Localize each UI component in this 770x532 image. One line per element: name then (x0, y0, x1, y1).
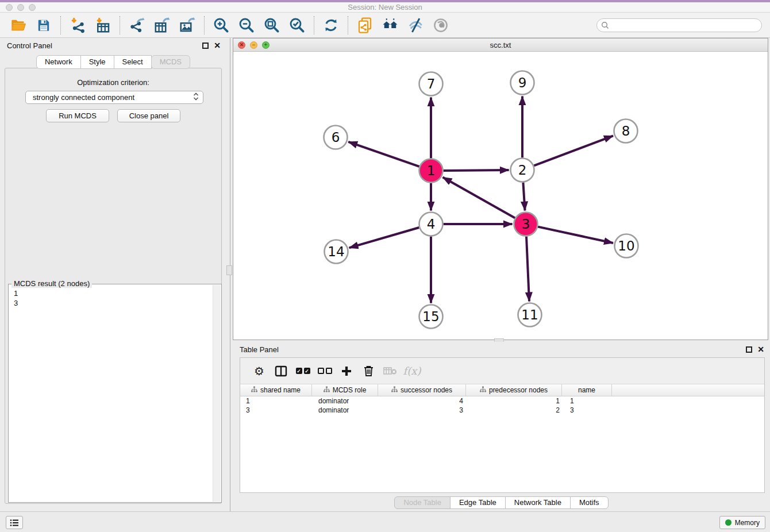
mcds-result-line: 3 (14, 298, 216, 308)
graph-edge-3-10[interactable] (538, 227, 613, 243)
column-header-mcds-role[interactable]: MCDS role (312, 384, 378, 396)
status-bar: Memory (0, 511, 770, 532)
zoom-selected-icon[interactable] (287, 16, 307, 35)
task-history-button[interactable] (6, 516, 23, 529)
column-header-predecessor-nodes[interactable]: predecessor nodes (466, 384, 562, 396)
open-file-icon[interactable] (9, 16, 28, 35)
control-panel-title: Control Panel (7, 41, 52, 50)
table-mode-icon[interactable]: ⚙ (248, 364, 270, 378)
toggle-panes-icon[interactable] (270, 365, 292, 377)
column-type-icon (480, 386, 486, 394)
run-mcds-button[interactable]: Run MCDS (46, 109, 109, 122)
column-type-icon (251, 386, 257, 394)
search-input[interactable] (596, 18, 762, 32)
graph-edge-1-2[interactable] (444, 170, 509, 171)
export-image-icon[interactable] (178, 16, 197, 35)
graph-node-4[interactable]: 4 (419, 213, 443, 236)
graph-node-2[interactable]: 2 (511, 159, 534, 182)
node-table-container: ⚙ ✓✓ f(x) shared nameMCDS rolesuccessor … (240, 357, 765, 493)
network-window-title: scc.txt (233, 41, 768, 49)
graph-edge-3-11[interactable] (526, 237, 529, 302)
export-network-icon[interactable] (127, 16, 147, 35)
svg-text:4: 4 (427, 217, 436, 232)
first-neighbors-icon[interactable] (380, 16, 400, 35)
graph-edge-1-6[interactable] (348, 142, 419, 167)
tab-select[interactable]: Select (114, 55, 152, 69)
graph-edge-2-3[interactable] (523, 183, 525, 211)
import-network-icon[interactable] (68, 16, 87, 35)
graph-edge-3-1[interactable] (443, 178, 515, 218)
criterion-dropdown[interactable]: strongly connected component (25, 91, 203, 104)
hide-selected-icon[interactable] (406, 16, 425, 35)
export-table-icon[interactable] (152, 16, 172, 35)
graph-node-10[interactable]: 10 (615, 234, 638, 258)
table-cell[interactable]: 3 (379, 406, 468, 414)
table-cell[interactable]: 3 (564, 406, 615, 414)
graph-edge-2-8[interactable] (534, 136, 613, 165)
graph-node-3[interactable]: 3 (514, 213, 538, 236)
import-table-icon[interactable] (93, 16, 113, 35)
graph-node-6[interactable]: 6 (324, 126, 348, 149)
tab-network[interactable]: Network (36, 55, 81, 69)
table-cell[interactable]: 1 (240, 397, 313, 405)
memory-button[interactable]: Memory (719, 516, 765, 529)
zoom-in-icon[interactable] (211, 16, 231, 35)
graph-node-11[interactable]: 11 (518, 303, 542, 327)
table-toolbar: ⚙ ✓✓ f(x) (240, 358, 764, 384)
table-row[interactable]: 1dominator411 (240, 396, 764, 406)
float-panel-icon[interactable] (202, 43, 209, 49)
zoom-fit-icon[interactable] (262, 16, 282, 35)
tab-edge-table[interactable]: Edge Table (450, 496, 506, 509)
table-cell[interactable]: 1 (468, 397, 564, 405)
graph-node-1[interactable]: 1 (419, 159, 443, 183)
column-type-icon (391, 386, 398, 394)
tab-node-table[interactable]: Node Table (394, 496, 451, 509)
tab-style[interactable]: Style (80, 55, 114, 69)
float-table-panel-icon[interactable] (746, 346, 752, 353)
show-all-columns-icon[interactable]: ✓✓ (292, 368, 314, 374)
toolbar-separator (60, 16, 61, 34)
result-scrollbar[interactable] (213, 285, 221, 502)
save-session-icon[interactable] (34, 16, 53, 35)
vertical-splitter-grip[interactable] (226, 265, 232, 275)
close-panel-button[interactable]: Close panel (117, 109, 180, 122)
network-canvas[interactable]: 7968124314101511 (233, 51, 768, 340)
delete-table-icon (379, 367, 401, 376)
criterion-dropdown-value: strongly connected component (33, 93, 134, 102)
close-table-panel-icon[interactable]: ✕ (757, 346, 764, 353)
show-all-icon[interactable] (431, 16, 451, 35)
table-cell[interactable]: dominator (313, 397, 379, 405)
graph-node-9[interactable]: 9 (511, 71, 534, 95)
table-cell[interactable]: 3 (240, 406, 313, 414)
svg-text:2: 2 (518, 163, 527, 178)
control-panel: Control Panel ✕ Network Style Select MCD… (0, 38, 226, 511)
delete-columns-icon[interactable] (357, 365, 379, 377)
tab-motifs[interactable]: Motifs (570, 496, 609, 509)
toolbar-separator (348, 16, 348, 34)
graph-node-8[interactable]: 8 (614, 119, 638, 143)
tab-network-table[interactable]: Network Table (505, 496, 571, 509)
table-cell[interactable]: 2 (468, 406, 564, 414)
table-cell[interactable]: 4 (379, 397, 468, 405)
create-column-icon[interactable] (336, 365, 357, 377)
zoom-out-icon[interactable] (237, 16, 256, 35)
column-header-shared-name[interactable]: shared name (240, 384, 312, 396)
table-cell[interactable]: 1 (564, 397, 615, 405)
table-row[interactable]: 3dominator323 (240, 406, 764, 415)
hide-all-columns-icon[interactable] (314, 368, 336, 374)
apply-layout-icon[interactable] (321, 16, 341, 35)
table-cell[interactable]: dominator (313, 406, 379, 414)
column-header-successor-nodes[interactable]: successor nodes (378, 384, 466, 396)
dropdown-stepper-icon (193, 92, 199, 102)
clone-network-icon[interactable] (355, 16, 375, 35)
column-header-name[interactable]: name (562, 384, 612, 396)
graph-node-15[interactable]: 15 (419, 305, 443, 329)
mcds-result-list: 13 (9, 284, 221, 312)
tab-mcds[interactable]: MCDS (151, 55, 190, 69)
graph-node-7[interactable]: 7 (419, 72, 443, 96)
graph-edge-4-14[interactable] (349, 228, 419, 248)
graph-node-14[interactable]: 14 (325, 240, 348, 264)
network-graph[interactable]: 7968124314101511 (233, 51, 768, 340)
close-panel-icon[interactable]: ✕ (214, 43, 221, 49)
svg-text:10: 10 (618, 238, 634, 253)
